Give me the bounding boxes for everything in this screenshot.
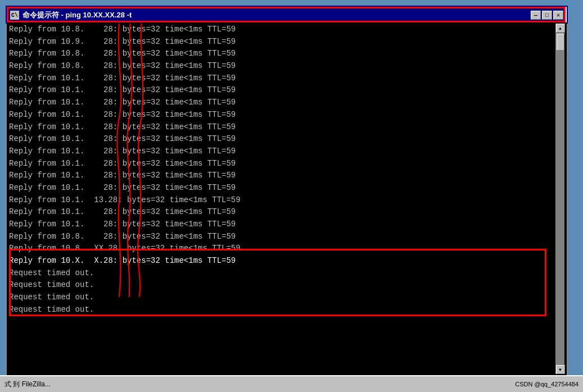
title-bar: C\ 命令提示符 - ping 10.XX.XX.28 -t — □ ✕: [7, 7, 567, 22]
terminal-line: Reply from 10.8. 28: bytes=32 time<1ms T…: [9, 60, 555, 72]
terminal-line: Reply from 10.8. XX.28: bytes=32 time<1m…: [9, 243, 555, 255]
terminal-line: Reply from 10.1. 28: bytes=32 time<1ms T…: [9, 121, 555, 134]
terminal-line: Reply from 10.1. 28: bytes=32 time<1ms T…: [9, 133, 555, 145]
terminal-line: Reply from 10.1. 28: bytes=32 time<1ms T…: [9, 145, 555, 158]
minimize-button[interactable]: —: [531, 11, 541, 20]
terminal-line: Reply from 10.1. 28: bytes=32 time<1ms T…: [9, 84, 555, 97]
scroll-thumb[interactable]: [557, 34, 564, 51]
terminal-line-timeout-2: Request timed out.: [9, 279, 555, 291]
terminal-line-highlighted: Reply from 10.X. X.28: bytes=32 time<1ms…: [9, 255, 555, 267]
cmd-icon: C\: [10, 11, 19, 20]
terminal-line: Reply from 10.1. 28: bytes=32 time<1ms T…: [9, 218, 555, 231]
terminal-line: Reply from 10.1. 28: bytes=32 time<1ms T…: [9, 72, 555, 85]
window-title: 命令提示符 - ping 10.XX.XX.28 -t: [22, 10, 132, 20]
terminal-line: Reply from 10.1. 28: bytes=32 time<1ms T…: [9, 182, 555, 194]
terminal-body: Reply from 10.8. 28: bytes=32 time<1ms T…: [7, 22, 567, 375]
scroll-up-arrow[interactable]: ▲: [556, 24, 565, 33]
terminal-line-timeout-4: Request timed out.: [9, 304, 555, 316]
terminal-line: Reply from 10.8. 28: bytes=32 time<1ms T…: [9, 24, 555, 36]
terminal-content: Reply from 10.8. 28: bytes=32 time<1ms T…: [9, 24, 555, 374]
terminal-line-timeout-1: Request timed out.: [9, 267, 555, 280]
title-bar-controls: — □ ✕: [531, 11, 563, 20]
terminal-line: Reply from 10.1. 28: bytes=32 time<1ms T…: [9, 158, 555, 170]
taskbar: 式 到 FileZilla... CSDN @qq_42754484: [0, 375, 583, 392]
maximize-button[interactable]: □: [542, 11, 552, 20]
terminal-line: Reply from 10.9. 28: bytes=32 time<1ms T…: [9, 36, 555, 48]
scrollbar: ▲ ▼: [555, 24, 564, 374]
cmd-window: C\ 命令提示符 - ping 10.XX.XX.28 -t — □ ✕ Rep…: [6, 6, 568, 376]
taskbar-left-text: 式 到 FileZilla...: [4, 380, 51, 389]
terminal-line: Reply from 10.8. 28: bytes=32 time<1ms T…: [9, 231, 555, 243]
desktop: C\ 命令提示符 - ping 10.XX.XX.28 -t — □ ✕ Rep…: [0, 0, 583, 392]
terminal-line: Reply from 10.1. 28: bytes=32 time<1ms T…: [9, 206, 555, 218]
close-button[interactable]: ✕: [553, 11, 563, 20]
terminal-line: Reply from 10.1. 13.28: bytes=32 time<1m…: [9, 194, 555, 207]
title-bar-left: C\ 命令提示符 - ping 10.XX.XX.28 -t: [10, 10, 132, 20]
terminal-line: Reply from 10.8. 28: bytes=32 time<1ms T…: [9, 48, 555, 60]
terminal-line-timeout-3: Request timed out.: [9, 291, 555, 304]
scroll-track: [556, 33, 564, 365]
terminal-line: Reply from 10.1. 28: bytes=32 time<1ms T…: [9, 97, 555, 109]
taskbar-right-text: CSDN @qq_42754484: [515, 381, 579, 388]
scroll-down-arrow[interactable]: ▼: [556, 365, 565, 374]
terminal-line: Reply from 10.1. 28: bytes=32 time<1ms T…: [9, 170, 555, 182]
terminal-line: Reply from 10.1. 28: bytes=32 time<1ms T…: [9, 109, 555, 121]
